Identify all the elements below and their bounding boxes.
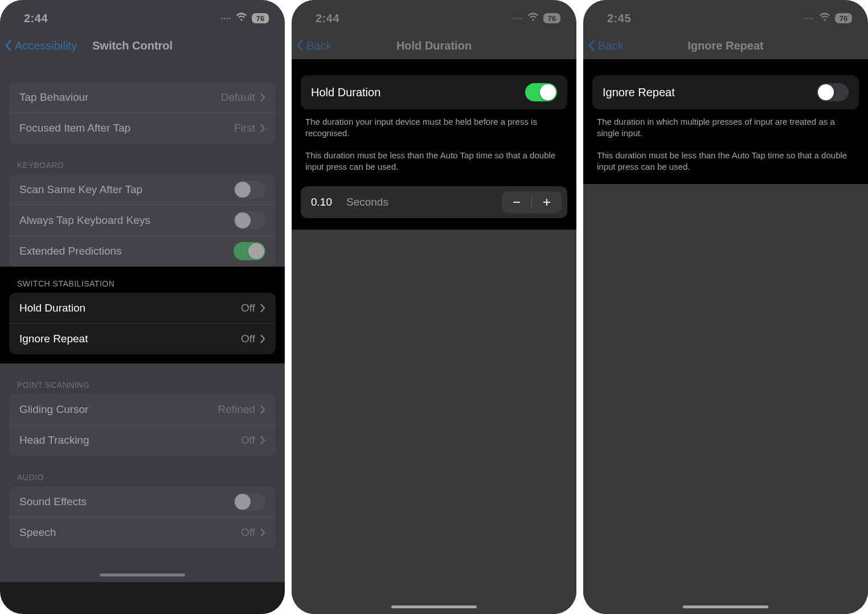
screen-hold-duration: 2:44 •••• 76 Back Hold Duration Hold Dur… [292, 0, 576, 614]
chevron-right-icon [260, 528, 265, 537]
cell-label: Hold Duration [311, 86, 525, 99]
cell-value: Off [241, 302, 255, 314]
nav-bar: Accessibility Switch Control [0, 32, 285, 59]
chevron-right-icon [260, 436, 265, 445]
cellular-dots-icon: •••• [513, 15, 523, 22]
back-label: Accessibility [15, 39, 77, 52]
cell-label: Ignore Repeat [19, 333, 241, 345]
screen-ignore-repeat: 2:45 •••• 76 Back Ignore Repeat Ignore R… [583, 0, 868, 614]
cell-value: Default [221, 91, 255, 104]
home-indicator[interactable] [100, 574, 185, 576]
row-extended-predictions[interactable]: Extended Predictions [9, 236, 276, 267]
stepper-value: 0.10 [311, 196, 336, 208]
cell-value: Off [241, 526, 255, 539]
chevron-right-icon [260, 334, 265, 343]
nav-bar: Back Ignore Repeat [583, 32, 868, 59]
point-scanning-group: Gliding Cursor Refined Head Tracking Off [9, 394, 276, 456]
cell-label: Speech [19, 526, 241, 539]
home-indicator[interactable] [391, 605, 477, 608]
dimmed-upper-region: 2:44 •••• 76 Accessibility Switch Contro… [0, 0, 285, 267]
row-gliding-cursor[interactable]: Gliding Cursor Refined [9, 394, 276, 425]
ignore-repeat-toggle-group: Ignore Repeat [592, 75, 859, 109]
battery-indicator: 76 [252, 13, 269, 23]
battery-indicator: 76 [543, 13, 560, 23]
row-scan-same-key[interactable]: Scan Same Key After Tap [9, 174, 276, 205]
screen-switch-control: 2:44 •••• 76 Accessibility Switch Contro… [0, 0, 285, 614]
dimmed-lower-region [583, 184, 868, 614]
toggle-ignore-repeat[interactable] [817, 83, 849, 101]
chevron-right-icon [260, 93, 265, 102]
wifi-icon [819, 12, 830, 24]
chevron-right-icon [260, 405, 265, 414]
nav-bar: Back Hold Duration [292, 32, 576, 59]
cell-label: Head Tracking [19, 434, 241, 447]
section-header-keyboard: KEYBOARD [0, 144, 285, 174]
stepper-minus-button[interactable]: − [502, 191, 531, 213]
cell-label: Sound Effects [19, 496, 234, 508]
section-header-stabilisation: SWITCH STABILISATION [0, 267, 285, 293]
back-label: Back [598, 39, 623, 52]
status-bar: 2:44 •••• 76 [292, 0, 576, 32]
battery-indicator: 76 [835, 13, 852, 23]
cell-value: Refined [218, 403, 256, 416]
status-bar: 2:45 •••• 76 [583, 0, 868, 32]
row-ignore-repeat-toggle[interactable]: Ignore Repeat [592, 75, 859, 109]
chevron-right-icon [260, 124, 265, 133]
status-bar: 2:44 •••• 76 [0, 0, 285, 32]
wifi-icon [527, 12, 539, 24]
cell-value: Off [241, 434, 255, 447]
description-1: The duration your input device must be h… [292, 109, 576, 140]
home-indicator[interactable] [683, 605, 768, 608]
row-hold-duration-toggle[interactable]: Hold Duration [301, 75, 567, 109]
toggle-scan-same-key[interactable] [234, 181, 265, 199]
back-label: Back [306, 39, 331, 52]
toggle-hold-duration[interactable] [525, 83, 557, 101]
toggle-sound-effects[interactable] [234, 493, 265, 511]
highlighted-region: Ignore Repeat The duration in which mult… [583, 59, 868, 184]
row-focused-item-after-tap[interactable]: Focused Item After Tap First [9, 113, 276, 144]
cellular-dots-icon: •••• [221, 15, 231, 22]
row-head-tracking[interactable]: Head Tracking Off [9, 425, 276, 456]
cell-value: Off [241, 333, 255, 345]
page-title: Ignore Repeat [589, 39, 862, 52]
audio-group: Sound Effects Speech Off [9, 486, 276, 548]
stepper-plus-button[interactable]: + [532, 191, 562, 213]
row-speech[interactable]: Speech Off [9, 517, 276, 548]
toggle-extended-predictions[interactable] [234, 242, 265, 260]
cellular-dots-icon: •••• [804, 15, 814, 22]
stabilisation-group: Hold Duration Off Ignore Repeat Off [9, 293, 276, 354]
cell-label: Always Tap Keyboard Keys [19, 214, 234, 227]
cell-label: Scan Same Key After Tap [19, 183, 234, 196]
row-ignore-repeat[interactable]: Ignore Repeat Off [9, 324, 276, 354]
row-always-tap-kb[interactable]: Always Tap Keyboard Keys [9, 205, 276, 236]
tap-group: Tap Behaviour Default Focused Item After… [9, 82, 276, 144]
back-button[interactable]: Back [296, 39, 331, 52]
highlighted-region: SWITCH STABILISATION Hold Duration Off I… [0, 267, 285, 363]
row-tap-behaviour[interactable]: Tap Behaviour Default [9, 82, 276, 113]
wifi-icon [236, 12, 247, 24]
highlighted-region: Hold Duration The duration your input de… [292, 59, 576, 230]
row-hold-duration[interactable]: Hold Duration Off [9, 293, 276, 324]
cell-label: Hold Duration [19, 302, 241, 314]
stepper-unit: Seconds [346, 196, 502, 208]
chevron-right-icon [260, 304, 265, 313]
status-time: 2:44 [24, 12, 48, 25]
back-button[interactable]: Accessibility [5, 39, 77, 52]
duration-stepper-row: 0.10 Seconds − + [301, 186, 567, 218]
status-time: 2:45 [607, 12, 631, 25]
dimmed-lower-region: POINT SCANNING Gliding Cursor Refined He… [0, 363, 285, 582]
status-time: 2:44 [316, 12, 339, 25]
cell-label: Focused Item After Tap [19, 122, 234, 134]
keyboard-group: Scan Same Key After Tap Always Tap Keybo… [9, 174, 276, 267]
row-sound-effects[interactable]: Sound Effects [9, 486, 276, 517]
cell-label: Ignore Repeat [603, 86, 817, 99]
description-1: The duration in which multiple presses o… [583, 109, 868, 140]
toggle-always-tap-kb[interactable] [234, 211, 265, 230]
back-button[interactable]: Back [588, 39, 623, 52]
cell-label: Tap Behaviour [19, 91, 221, 104]
stepper-control: − + [502, 191, 562, 213]
dimmed-lower-region [292, 230, 576, 614]
description-2: This duration must be less than the Auto… [292, 140, 576, 173]
description-2: This duration must be less than the Auto… [583, 140, 868, 173]
cell-value: First [234, 122, 255, 134]
